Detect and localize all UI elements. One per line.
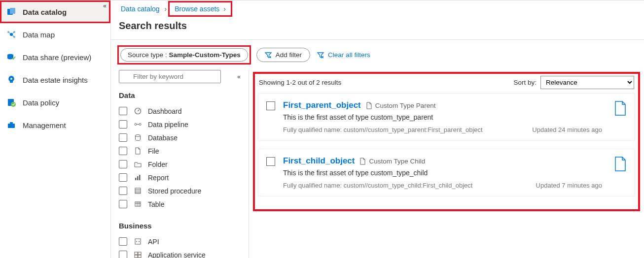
result-card: First_child_object Custom Type Child Thi…	[258, 149, 635, 196]
document-icon	[614, 156, 627, 172]
svg-point-10	[10, 78, 12, 80]
filter-label: Stored procedure	[148, 187, 201, 195]
svg-rect-41	[138, 255, 141, 258]
app-service-icon	[133, 251, 142, 258]
nav-item-management[interactable]: Management	[0, 114, 110, 136]
dashboard-icon	[133, 107, 142, 115]
checkbox[interactable]	[119, 133, 127, 142]
clear-all-label: Clear all filters	[328, 51, 370, 59]
filters-row: Source type : Sample-Custom-Types Add fi…	[111, 40, 644, 70]
stored-procedure-icon	[133, 187, 142, 194]
asset-description: This is the first asset of type custom_t…	[283, 113, 602, 121]
filter-keyword-input[interactable]	[119, 70, 221, 83]
results-area: Showing 1-2 out of 2 results Sort by: Re…	[249, 70, 644, 258]
left-nav: « Data catalog Data map Data share (prev…	[0, 0, 111, 258]
datashare-icon	[7, 53, 16, 62]
svg-rect-13	[8, 124, 15, 128]
svg-rect-1	[10, 8, 15, 14]
svg-rect-35	[135, 239, 141, 244]
filter-section-heading: Business	[119, 222, 241, 230]
nav-label: Management	[23, 121, 66, 129]
filter-label: File	[148, 147, 159, 155]
nav-collapse-icon[interactable]: «	[103, 2, 107, 9]
chip-value: Sample-Custom-Types	[169, 51, 241, 59]
api-icon	[133, 238, 142, 245]
chevron-right-icon: ›	[221, 5, 228, 13]
filter-label: Dashboard	[148, 107, 182, 115]
page-title: Search results	[111, 18, 644, 40]
card-checkbox[interactable]	[266, 157, 275, 166]
filter-row-stored-procedure[interactable]: Stored procedure	[119, 184, 241, 197]
results-count: Showing 1-2 out of 2 results	[259, 79, 341, 86]
svg-rect-40	[135, 255, 138, 258]
policy-icon	[7, 98, 16, 107]
source-type-chip[interactable]: Source type : Sample-Custom-Types	[120, 48, 248, 62]
svg-point-23	[135, 135, 140, 137]
svg-point-21	[139, 124, 141, 126]
result-card: First_parent_object Custom Type Parent T…	[258, 93, 635, 141]
asset-fqn: Fully qualified name: custom//custom_typ…	[283, 182, 472, 189]
chip-prefix: Source type :	[128, 51, 167, 59]
file-icon	[133, 147, 142, 155]
nav-item-data-estate-insights[interactable]: Data estate insights	[0, 68, 110, 91]
sort-select[interactable]: Relevance	[540, 76, 634, 89]
svg-point-36	[136, 241, 137, 242]
asset-title-link[interactable]: First_parent_object	[283, 100, 361, 110]
filter-row-dashboard[interactable]: Dashboard	[119, 104, 241, 118]
nav-label: Data catalog	[23, 8, 67, 16]
filter-row-file[interactable]: File	[119, 144, 241, 158]
asset-description: This is the first asset of type custom_t…	[283, 169, 602, 177]
checkbox[interactable]	[119, 173, 127, 182]
svg-rect-38	[135, 252, 138, 255]
nav-item-data-policy[interactable]: Data policy	[0, 91, 110, 114]
svg-rect-31	[135, 202, 141, 206]
file-icon	[366, 102, 372, 109]
filter-collapse-icon[interactable]: «	[237, 73, 241, 80]
checkbox[interactable]	[119, 187, 127, 195]
nav-label: Data policy	[23, 98, 59, 107]
document-icon	[614, 100, 627, 116]
nav-item-data-map[interactable]: Data map	[0, 23, 110, 46]
filter-clear-icon	[317, 52, 324, 59]
filter-row-data-pipeline[interactable]: Data pipeline	[119, 118, 241, 131]
checkbox[interactable]	[119, 237, 127, 246]
checkbox[interactable]	[119, 120, 127, 129]
nav-item-data-share[interactable]: Data share (preview)	[0, 46, 110, 68]
asset-type-label: Custom Type Parent	[375, 102, 436, 109]
nav-item-data-catalog[interactable]: Data catalog	[0, 0, 110, 23]
filter-label: Database	[148, 134, 178, 142]
svg-point-20	[135, 124, 137, 126]
asset-title-link[interactable]: First_child_object	[283, 156, 355, 166]
filter-add-icon	[265, 52, 272, 59]
checkbox[interactable]	[119, 200, 127, 208]
svg-rect-25	[137, 176, 139, 180]
table-icon	[133, 200, 142, 208]
clear-all-filters[interactable]: Clear all filters	[317, 51, 370, 59]
svg-rect-39	[138, 252, 141, 255]
filter-label: API	[148, 238, 159, 246]
add-filter-button[interactable]: Add filter	[256, 48, 310, 62]
filter-row-database[interactable]: Database	[119, 131, 241, 144]
nav-label: Data share (preview)	[23, 53, 91, 62]
checkbox[interactable]	[119, 251, 127, 258]
filter-row-application-service[interactable]: Application service	[119, 248, 241, 258]
checkbox[interactable]	[119, 147, 127, 155]
catalog-icon	[7, 7, 16, 16]
filter-sidebar: « Data Dashboard Data pipeline Database …	[111, 70, 249, 258]
checkbox[interactable]	[119, 107, 127, 115]
pipeline-icon	[133, 121, 142, 128]
insights-icon	[7, 75, 16, 84]
filter-row-folder[interactable]: Folder	[119, 158, 241, 171]
breadcrumb: Data catalog › Browse assets ›	[111, 0, 644, 18]
filter-row-api[interactable]: API	[119, 235, 241, 248]
breadcrumb-root[interactable]: Data catalog	[119, 4, 162, 14]
report-icon	[133, 174, 142, 181]
checkbox[interactable]	[119, 160, 127, 168]
database-icon	[133, 134, 142, 141]
breadcrumb-leaf[interactable]: Browse assets	[173, 4, 221, 14]
filter-section-heading: Data	[119, 91, 241, 99]
svg-rect-26	[139, 175, 141, 180]
card-checkbox[interactable]	[266, 101, 275, 110]
filter-row-table[interactable]: Table	[119, 197, 241, 211]
filter-row-report[interactable]: Report	[119, 171, 241, 184]
